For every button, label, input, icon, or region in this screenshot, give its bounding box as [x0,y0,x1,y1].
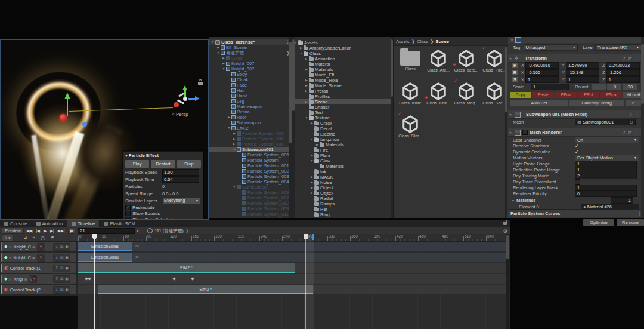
move-gizmo-y-arrow[interactable] [64,93,70,99]
hierarchy-row-subweapon[interactable]: Subweapon [209,120,292,125]
keyframe-diamond-icon[interactable] [172,277,176,281]
element-field[interactable]: ● Material #26 [581,204,639,209]
tab-animation[interactable]: Animation [32,220,68,227]
kebab-icon[interactable]: ⋮ [71,287,75,292]
kebab-icon[interactable]: ⋮ [635,112,640,117]
curves-icon[interactable]: ◢ [24,235,27,239]
project-row-ramps[interactable]: Ramps [292,201,393,207]
preset-icon[interactable]: ⇄ [628,130,631,135]
fold-arrow[interactable]: ▼ [508,113,513,116]
project-row-materials[interactable]: Materials [292,164,393,169]
expand-arrow[interactable]: ▶ [304,83,309,88]
restart-button[interactable]: Restart [150,159,175,168]
c-button[interactable]: c [626,100,641,106]
expand-arrow[interactable]: ▶ [309,121,314,126]
track-lane-1[interactable]: EmissionSkillB∞ [78,242,506,251]
checkbox[interactable] [125,211,131,216]
persp-label[interactable]: < Persp [172,112,188,117]
project-row-amplifyshadereditor[interactable]: ▶AmplifyShaderEditor [292,45,393,51]
project-row-ink[interactable]: Ink [292,169,393,174]
expand-arrow[interactable]: ▼ [221,66,226,72]
project-row-test[interactable]: Test [292,110,393,115]
expand-arrow[interactable]: ▶ [232,136,237,142]
record-button[interactable] [37,243,45,251]
expand-arrow[interactable]: ▶ [309,190,314,196]
help-icon[interactable]: ? [623,56,625,61]
hierarchy-row-mainweapon[interactable]: Mainweapon [209,104,292,109]
project-row-crack[interactable]: ▶Crack [292,121,393,126]
clear-binding-icon[interactable]: ⊗ [32,256,35,260]
mute-icon[interactable]: ↧ [55,287,58,292]
expand-arrow[interactable]: ▶ [299,45,304,51]
hierarchy-row-particle-system_008[interactable]: ▶Particle System_008 [209,142,292,147]
hierarchy-row-hand[interactable]: Hand [209,93,292,99]
kebab-icon[interactable]: ⋮ [71,255,75,260]
scale-field[interactable]: 1 [531,84,569,90]
timeline-asset[interactable]: 111 (普通护盾) ❯ [147,228,189,234]
marker-icon[interactable]: ⚑ [51,235,54,239]
track-header-knigl[interactable]: ◆≻Knigl⊗╲↧⊟◉⋮ [1,274,76,284]
property-value-field[interactable]: 2 [575,173,637,179]
scene-view[interactable]: < Persp ▾ Particle Effect PlayRestartSto… [0,39,209,220]
eye-icon[interactable]: ◉ [65,266,69,270]
hierarchy-row-class_defense-[interactable]: ▼Class_defense*⋮ [209,39,292,45]
hierarchy-row-particle-system_010[interactable]: Particle System_010 [209,201,292,206]
psca-button[interactable]: PSca [600,92,622,98]
transform-p-x-field[interactable]: -0.4900016 [525,62,559,69]
ppos-button[interactable]: PPos [555,92,577,98]
expand-arrow[interactable]: ▼ [232,147,237,152]
avatar-icon[interactable]: [A] [41,235,45,239]
clear-binding-icon[interactable]: ⊗ [32,245,35,249]
project-row-texture[interactable]: ▼Texture [292,115,393,121]
property-checkbox[interactable] [575,179,580,185]
go-to-end-button[interactable]: ▶▶| [56,229,67,233]
project-row-scene[interactable]: ▶Scene [292,99,393,104]
expand-arrow[interactable]: ▶ [221,61,226,66]
asset-item-class_arc-[interactable]: Class_Arc... [425,49,451,72]
hierarchy-row-root[interactable]: ▶Root [209,115,292,120]
breadcrumb-item[interactable]: Class [417,39,428,44]
curves-icon[interactable]: ╲ [29,277,32,281]
copy-button[interactable]: Copy [510,92,531,98]
project-row-mode_eff[interactable]: Mode_Eff [292,72,393,78]
mute-icon[interactable]: ↧ [55,266,58,270]
project-row-profiles[interactable]: Profiles [292,94,393,99]
lock-icon[interactable]: ⊟ [60,287,63,292]
mute-icon[interactable]: ↧ [55,276,58,281]
local-button[interactable]: ⊕Local [623,92,643,98]
project-row-noise[interactable]: ▶Noise [292,180,393,185]
next-frame-button[interactable]: ▶| [48,229,56,233]
frame-field[interactable]: 21 [78,228,135,234]
tab-plastic-scm[interactable]: Plastic SCM [100,220,140,227]
project-row-glow[interactable]: ▼Glow [292,158,393,164]
particle-checkbox-resimulate[interactable]: ✓Resimulate [123,204,203,210]
tab-timeline[interactable]: Timeline [67,220,100,227]
transform-p-z-field[interactable]: 0.2420023 [606,62,640,69]
gizmo-z-cone[interactable] [195,96,200,101]
expand-arrow[interactable]: ▼ [227,125,231,131]
hierarchy-row-knight_007[interactable]: ▼Knight_007 [209,66,292,72]
tag-dropdown[interactable]: Untagged▼ [524,44,578,51]
paste-button[interactable]: Paste [532,92,554,98]
asset-item-class_fire-[interactable]: ✓Class_Fire... [481,49,507,72]
hierarchy-row-cloak[interactable]: Cloak [209,77,292,82]
breadcrumb-item[interactable]: Scene [436,39,449,44]
lock-icon[interactable] [503,222,507,225]
asset-item-class_defe-[interactable]: +Class_defe... [453,49,479,72]
hierarchy-row-quad[interactable]: ▶Quad [209,56,292,61]
hierarchy-row-particle-system_006[interactable]: ▶Particle System_006 [209,136,292,142]
expand-arrow[interactable]: ▶ [309,153,314,158]
project-row-ring[interactable]: Ring [292,212,393,217]
project-scrollbar-thumb[interactable] [391,39,393,97]
lanes-scrollbar[interactable] [506,234,509,329]
hierarchy-row-particle-system[interactable]: Particle System [209,158,292,163]
expand-arrow[interactable]: ▶ [232,142,237,147]
project-left-scrollbar-thumb[interactable] [292,39,295,111]
hierarchy-scrollbar-thumb[interactable] [289,42,292,143]
asset-item-class_sce-[interactable]: Class_Sce... [481,82,507,105]
hierarchy-row-particle-system_011[interactable]: Particle System_011 [209,211,292,217]
round-button[interactable]: .00 [623,84,637,90]
preset-icon[interactable]: ⇄ [628,56,631,61]
prs-p-button[interactable]: P [512,63,518,68]
mesh-object-field[interactable]: ▦ Subweapon001 ⊙ [575,119,636,125]
